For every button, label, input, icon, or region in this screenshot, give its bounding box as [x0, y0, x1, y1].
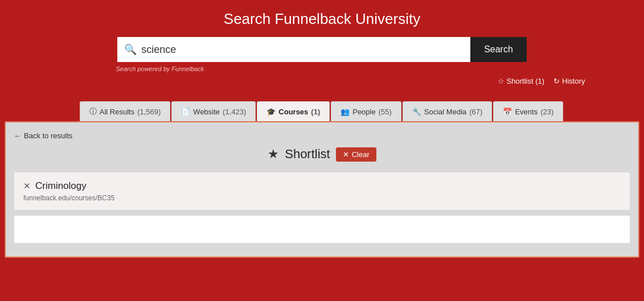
- search-bar: 🔍 Search: [11, 37, 633, 62]
- empty-slot: [14, 215, 630, 244]
- calendar-icon: 📅: [503, 108, 512, 116]
- tab-all-results[interactable]: ⓘ All Results (1,569): [80, 101, 171, 121]
- tab-people[interactable]: 👥 People (55): [331, 101, 401, 121]
- tab-label: Social Media: [424, 108, 466, 116]
- remove-item-button[interactable]: ✕: [23, 181, 31, 191]
- star-outline-icon: ☆: [498, 77, 504, 85]
- search-icon: 🔍: [124, 43, 137, 56]
- tab-count: (23): [540, 108, 553, 116]
- history-label: History: [562, 77, 585, 85]
- document-icon: 📄: [181, 108, 190, 116]
- tab-count: (1,569): [137, 108, 161, 116]
- tab-events[interactable]: 📅 Events (23): [493, 101, 563, 121]
- tab-label: Courses: [278, 108, 308, 116]
- clear-button[interactable]: ✕ Clear: [336, 147, 376, 162]
- tab-label: All Results: [100, 108, 134, 116]
- back-to-results-link[interactable]: ← Back to results: [14, 131, 72, 140]
- result-title-text: Criminology: [35, 180, 87, 192]
- history-link[interactable]: ↻ History: [553, 77, 585, 85]
- tab-website[interactable]: 📄 Website (1,423): [171, 101, 256, 121]
- tab-count: (1): [311, 108, 320, 116]
- tab-label: Events: [515, 108, 538, 116]
- main-content: ← Back to results ★ Shortlist ✕ Clear ✕ …: [5, 121, 639, 258]
- tabs-bar: ⓘ All Results (1,569) 📄 Website (1,423) …: [0, 96, 644, 121]
- shortlist-link[interactable]: ☆ Shortlist (1): [498, 77, 544, 85]
- back-label: Back to results: [24, 131, 72, 140]
- search-button[interactable]: Search: [470, 37, 527, 62]
- clear-label: Clear: [352, 150, 370, 159]
- tab-social-media[interactable]: 🔧 Social Media (67): [403, 101, 493, 121]
- history-icon: ↻: [553, 77, 560, 85]
- result-url: funnelback.edu/courses/BC35: [23, 194, 621, 202]
- tab-label: Website: [193, 108, 220, 116]
- people-icon: 👥: [341, 108, 350, 116]
- arrow-left-icon: ←: [14, 131, 21, 140]
- search-input[interactable]: [141, 44, 463, 56]
- search-input-wrapper: 🔍: [117, 37, 470, 62]
- shortlist-title: Shortlist: [285, 147, 330, 162]
- shortlist-label: Shortlist (1): [507, 77, 544, 85]
- tab-label: People: [352, 108, 375, 116]
- powered-by: Search powered by Funnelback: [116, 65, 633, 72]
- result-title: ✕ Criminology: [23, 180, 621, 192]
- wrench-icon: 🔧: [412, 108, 421, 116]
- list-item: ✕ Criminology funnelback.edu/courses/BC3…: [14, 172, 630, 211]
- top-links: ☆ Shortlist (1) ↻ History: [11, 75, 633, 90]
- tab-courses[interactable]: 🎓 Courses (1): [257, 101, 330, 121]
- header: Search Funnelback University 🔍 Search Se…: [0, 0, 644, 96]
- circle-info-icon: ⓘ: [89, 106, 97, 117]
- graduation-cap-icon: 🎓: [266, 108, 276, 116]
- shortlist-heading: ★ Shortlist ✕ Clear: [14, 147, 630, 162]
- star-filled-icon: ★: [268, 147, 279, 162]
- tab-count: (55): [379, 108, 392, 116]
- tab-count: (67): [469, 108, 482, 116]
- x-icon: ✕: [343, 150, 349, 159]
- page-title: Search Funnelback University: [11, 10, 633, 28]
- tab-count: (1,423): [223, 108, 246, 116]
